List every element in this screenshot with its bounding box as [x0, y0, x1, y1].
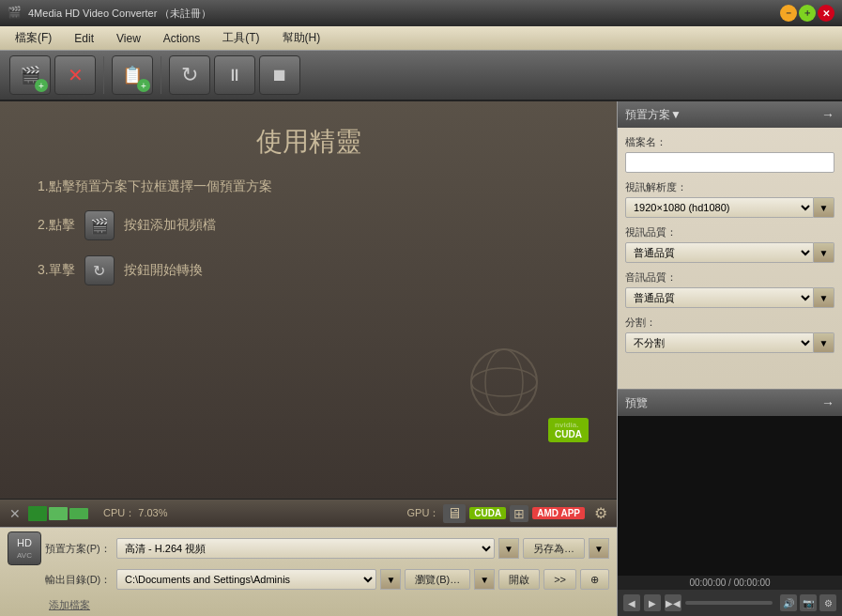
open-button[interactable]: 開啟: [498, 569, 540, 590]
preset-select[interactable]: 高清 - H.264 視頻: [116, 538, 495, 559]
save-as-button[interactable]: 另存為…: [523, 538, 585, 559]
bar-2: [49, 507, 68, 520]
amd-status-badge: AMD APP: [532, 507, 585, 519]
video-quality-group: 視訊品質： 普通品質 ▼: [625, 225, 834, 263]
settings-icon[interactable]: ⚙: [594, 504, 607, 522]
split-select-wrap: 不分割 ▼: [625, 332, 834, 353]
menu-help[interactable]: 幫助(H): [271, 28, 332, 48]
pause-button[interactable]: ⏸: [214, 55, 255, 95]
svg-point-0: [471, 349, 537, 415]
step3-prefix: 3.單擊: [38, 262, 75, 279]
amd-icon: ⊞: [510, 505, 528, 522]
preset-header-title: 預置方案▼: [625, 107, 681, 123]
split-dropdown-btn[interactable]: ▼: [814, 332, 834, 353]
resolution-group: 視訊解析度： 1920×1080 (hd1080) ▼: [625, 180, 834, 218]
browse-dropdown-button[interactable]: ▼: [474, 569, 495, 590]
minimize-button[interactable]: －: [780, 5, 797, 22]
preview-forward-arrow[interactable]: →: [821, 395, 834, 410]
settings-form: 檔案名： 視訊解析度： 1920×1080 (hd1080) ▼ 視訊品質：: [618, 128, 842, 389]
preset-dropdown-button[interactable]: ▼: [498, 538, 519, 559]
volume-button[interactable]: 🔊: [780, 594, 797, 611]
save-as-dropdown-button[interactable]: ▼: [589, 538, 609, 559]
preview-settings-button[interactable]: ⚙: [819, 594, 836, 611]
video-quality-dropdown-btn[interactable]: ▼: [814, 242, 834, 263]
menu-file[interactable]: 檔案(F): [4, 28, 63, 48]
convert-icon: ↻: [181, 63, 198, 87]
audio-quality-group: 音訊品質： 普通品質 ▼: [625, 270, 834, 308]
step1-text: 1.點擊預置方案下拉框選擇一個預置方案: [38, 178, 272, 195]
resolution-dropdown-btn[interactable]: ▼: [814, 197, 834, 218]
menu-edit[interactable]: Edit: [63, 30, 105, 47]
preview-play-button[interactable]: ▶: [644, 594, 661, 611]
output-select[interactable]: C:\Documents and Settings\Adminis: [116, 569, 376, 590]
video-quality-select-wrap: 普通品質 ▼: [625, 242, 834, 263]
filename-input[interactable]: [625, 152, 834, 173]
add-files-link[interactable]: 添加檔案: [49, 599, 90, 610]
audio-quality-select[interactable]: 普通品質: [625, 287, 814, 308]
preset-label: 預置方案(P)：: [45, 542, 113, 556]
preview-forward-button[interactable]: ▶◀: [665, 594, 681, 611]
title-bar: 🎬 4Media HD Video Converter （未註冊） － ＋ ✕: [0, 0, 842, 26]
close-status-icon[interactable]: ✕: [9, 506, 21, 521]
svg-point-2: [471, 368, 537, 396]
audio-quality-dropdown-btn[interactable]: ▼: [814, 287, 834, 308]
wizard-step-2: 2.點擊 🎬 按鈕添加視頻檔: [38, 210, 579, 240]
stop-button[interactable]: ⏹: [259, 55, 300, 95]
step2-prefix: 2.點擊: [38, 217, 75, 234]
wizard-title: 使用精靈: [256, 124, 361, 160]
separator-1: [103, 56, 104, 94]
preview-progress-bar[interactable]: [685, 601, 773, 605]
gpu-status: GPU： 🖥 CUDA ⊞ AMD APP ⚙: [407, 504, 607, 523]
preset-row: HDAVC 預置方案(P)： 高清 - H.264 視頻 ▼ 另存為… ▼: [8, 531, 609, 565]
app-window: 🎬 4Media HD Video Converter （未註冊） － ＋ ✕ …: [0, 0, 842, 616]
menu-actions[interactable]: Actions: [152, 30, 211, 47]
convert-step-symbol: ↻: [93, 262, 105, 280]
workspace: 使用精靈 1.點擊預置方案下拉框選擇一個預置方案 2.點擊 🎬 按鈕添加視頻檔: [0, 101, 617, 499]
split-select[interactable]: 不分割: [625, 332, 814, 353]
menu-tools[interactable]: 工具(T): [211, 28, 270, 48]
video-quality-select[interactable]: 普通品質: [625, 242, 814, 263]
remove-button[interactable]: ✕: [54, 55, 96, 95]
audio-quality-label: 音訊品質：: [625, 270, 834, 285]
add-segment-button[interactable]: 📋 +: [112, 55, 153, 95]
screenshot-button[interactable]: 📷: [800, 594, 817, 611]
preview-section: 預覽 → 00:00:00 / 00:00:00 ◀ ▶ ▶◀ 🔊 📷 ⚙: [618, 389, 842, 616]
step2-suffix: 按鈕添加視頻檔: [124, 217, 216, 234]
app-icon: 🎬: [8, 6, 23, 21]
convert-button[interactable]: ↻: [169, 55, 210, 95]
preview-header: 預覽 →: [618, 390, 842, 416]
add-badge-icon: +: [35, 79, 48, 92]
menu-bar: 檔案(F) Edit View Actions 工具(T) 幫助(H): [0, 26, 842, 51]
video-quality-label: 視訊品質：: [625, 225, 834, 239]
output-row: 輸出目錄(D)： C:\Documents and Settings\Admin…: [8, 569, 609, 590]
cuda-badge: nvidia. CUDA: [548, 418, 589, 442]
convert-all-button[interactable]: >>: [543, 569, 576, 590]
wizard-step-3: 3.單擊 ↻ 按鈕開始轉換: [38, 255, 579, 285]
globe-decoration: [467, 345, 542, 424]
cpu-label: CPU： 7.03%: [103, 506, 168, 520]
preview-screen: [618, 416, 842, 576]
preset-icon-text: HDAVC: [17, 537, 32, 561]
preview-controls: ◀ ▶ ▶◀ 🔊 📷 ⚙: [618, 590, 842, 616]
svg-point-1: [485, 349, 523, 415]
filename-group: 檔案名：: [625, 135, 834, 173]
status-bar: ✕ CPU： 7.03% GPU： 🖥 CUDA ⊞ AMD APP ⚙: [0, 499, 617, 527]
filename-label: 檔案名：: [625, 135, 834, 149]
preset-icon: HDAVC: [8, 531, 41, 565]
output-dropdown-button[interactable]: ▼: [380, 569, 401, 590]
preset-forward-arrow[interactable]: →: [821, 107, 834, 122]
add-video-button[interactable]: 🎬 +: [9, 55, 51, 95]
output-label: 輸出目錄(D)：: [45, 573, 113, 587]
app-title: 4Media HD Video Converter （未註冊）: [28, 7, 780, 21]
browse-button[interactable]: 瀏覽(B)…: [405, 569, 470, 590]
split-group: 分割： 不分割 ▼: [625, 316, 834, 353]
separator-2: [161, 56, 161, 94]
pause-icon: ⏸: [226, 66, 243, 85]
merge-button[interactable]: ⊕: [580, 569, 609, 590]
maximize-button[interactable]: ＋: [799, 5, 816, 22]
menu-view[interactable]: View: [105, 30, 152, 47]
resolution-select[interactable]: 1920×1080 (hd1080): [625, 197, 814, 218]
audio-quality-select-wrap: 普通品質 ▼: [625, 287, 834, 308]
preview-rewind-button[interactable]: ◀: [623, 594, 640, 611]
close-button[interactable]: ✕: [818, 5, 834, 22]
